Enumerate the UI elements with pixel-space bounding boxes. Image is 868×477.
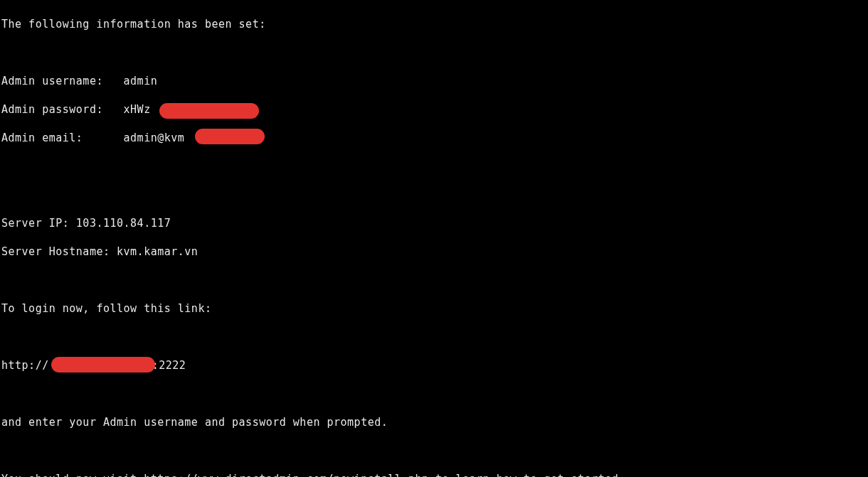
admin-username-label: Admin username: bbox=[1, 75, 124, 87]
blank-line bbox=[1, 273, 868, 287]
redaction-password bbox=[159, 103, 259, 119]
admin-password-line: Admin password: xHWz bbox=[1, 102, 868, 117]
blank-line bbox=[1, 330, 868, 344]
redaction-email bbox=[195, 129, 265, 144]
visit-line: You should now visit https://www.directa… bbox=[1, 472, 868, 477]
server-hostname-label: Server Hostname: bbox=[1, 245, 117, 258]
server-ip-line: Server IP: 103.110.84.117 bbox=[1, 216, 868, 230]
admin-email-label: Admin email: bbox=[1, 132, 124, 144]
admin-password-value: xHWz bbox=[124, 103, 151, 116]
server-hostname-line: Server Hostname: kvm.kamar.vn bbox=[1, 245, 868, 259]
enter-credentials-line: and enter your Admin username and passwo… bbox=[1, 415, 868, 429]
blank-line bbox=[1, 188, 868, 202]
server-hostname-value: kvm.kamar.vn bbox=[117, 245, 198, 258]
server-ip-label: Server IP: bbox=[1, 217, 76, 230]
info-header: The following information has been set: bbox=[1, 17, 868, 31]
login-url-line: http:// :2222 bbox=[1, 358, 868, 373]
login-url-suffix: :2222 bbox=[152, 359, 186, 372]
server-ip-value: 103.110.84.117 bbox=[76, 217, 171, 230]
login-instruction: To login now, follow this link: bbox=[1, 301, 868, 316]
terminal-output[interactable]: The following information has been set: … bbox=[0, 0, 868, 477]
blank-line bbox=[1, 159, 868, 173]
admin-password-label: Admin password: bbox=[1, 103, 124, 116]
login-url-prefix: http:// bbox=[1, 359, 49, 372]
admin-username-line: Admin username: admin bbox=[1, 74, 868, 88]
admin-username-value: admin bbox=[124, 75, 158, 87]
admin-email-value: admin@kvm bbox=[124, 132, 185, 144]
blank-line bbox=[1, 45, 868, 60]
admin-email-line: Admin email: admin@kvm bbox=[1, 131, 868, 145]
blank-line bbox=[1, 444, 868, 458]
blank-line bbox=[1, 387, 868, 401]
